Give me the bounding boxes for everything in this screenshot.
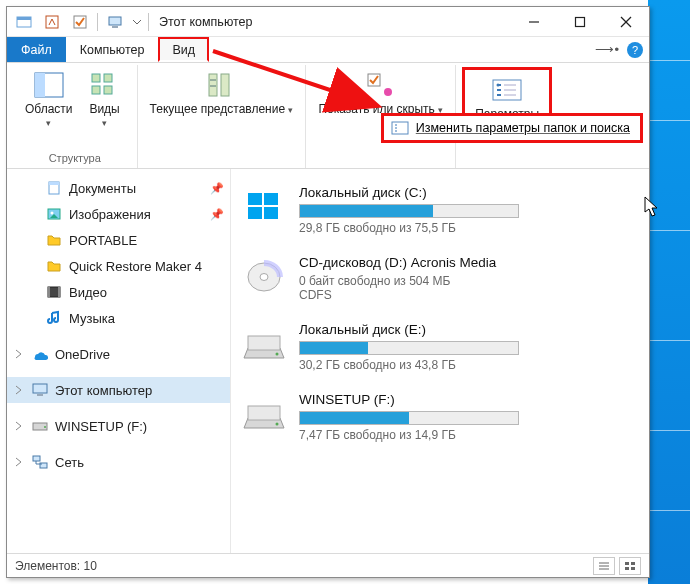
drive-name: Локальный диск (E:) xyxy=(299,322,639,337)
minimize-button[interactable] xyxy=(511,7,557,36)
caption-buttons xyxy=(511,7,649,36)
status-bar: Элементов: 10 xyxy=(7,553,649,577)
options-small-icon xyxy=(390,120,410,136)
properties-icon[interactable] xyxy=(39,10,65,34)
svg-rect-43 xyxy=(33,456,40,461)
layout-button[interactable]: Виды xyxy=(79,67,131,132)
drive-free-space: 7,47 ГБ свободно из 14,9 ГБ xyxy=(299,428,639,442)
drive-item[interactable]: CD-дисковод (D:) Acronis Media 0 байт св… xyxy=(241,255,639,302)
nav-qrm[interactable]: Quick Restore Maker 4 xyxy=(7,253,230,279)
explorer-window: Этот компьютер Файл Компьютер Вид ⟶• ? О… xyxy=(6,6,650,578)
svg-rect-40 xyxy=(37,394,43,396)
help-icon[interactable]: ? xyxy=(627,42,643,58)
chevron-right-icon xyxy=(13,456,25,468)
navigation-pane-icon xyxy=(32,69,66,101)
nav-onedrive[interactable]: OneDrive xyxy=(7,341,230,367)
drive-filesystem: CDFS xyxy=(299,288,639,302)
pin-icon: 📌 xyxy=(210,182,224,195)
nav-images[interactable]: Изображения📌 xyxy=(7,201,230,227)
desktop-background xyxy=(648,0,690,584)
nav-winsetup[interactable]: WINSETUP (F:) xyxy=(7,413,230,439)
svg-rect-38 xyxy=(58,287,60,297)
nav-network[interactable]: Сеть xyxy=(7,449,230,475)
panes-button[interactable]: Области xyxy=(19,67,79,132)
app-icon[interactable] xyxy=(11,10,37,34)
status-elements-label: Элементов: xyxy=(15,559,80,573)
svg-rect-53 xyxy=(248,406,280,420)
svg-rect-33 xyxy=(49,182,59,185)
video-icon xyxy=(45,283,63,301)
status-elements-count: 10 xyxy=(84,559,97,573)
ribbon-collapse-icon[interactable]: ⟶• xyxy=(595,42,619,57)
nav-video[interactable]: Видео xyxy=(7,279,230,305)
svg-rect-11 xyxy=(35,73,45,97)
onedrive-icon xyxy=(31,345,49,363)
qat-dropdown-icon[interactable] xyxy=(130,10,144,34)
svg-rect-51 xyxy=(248,336,280,350)
svg-rect-5 xyxy=(112,26,118,28)
svg-point-54 xyxy=(276,423,279,426)
tiles-view-button[interactable] xyxy=(619,557,641,575)
svg-rect-60 xyxy=(625,567,629,570)
options-dropdown-label: Изменить параметры папок и поиска xyxy=(416,121,630,135)
close-button[interactable] xyxy=(603,7,649,36)
drive-usage-bar xyxy=(299,341,519,355)
svg-rect-45 xyxy=(248,193,262,205)
pin-icon: 📌 xyxy=(210,208,224,221)
svg-rect-15 xyxy=(104,86,112,94)
folder-icon xyxy=(45,257,63,275)
svg-rect-61 xyxy=(631,567,635,570)
svg-point-21 xyxy=(384,88,392,96)
svg-rect-14 xyxy=(92,86,100,94)
checkbox-icon[interactable] xyxy=(67,10,93,34)
title-bar: Этот компьютер xyxy=(7,7,649,37)
ribbon-group-structure: Области Виды Структура xyxy=(13,65,138,168)
navigation-pane[interactable]: Документы📌 Изображения📌 PORTABLE Quick R… xyxy=(7,169,231,553)
drive-item[interactable]: Локальный диск (E:) 30,2 ГБ свободно из … xyxy=(241,322,639,372)
svg-rect-48 xyxy=(264,207,278,219)
svg-rect-37 xyxy=(48,287,50,297)
drive-item[interactable]: Локальный диск (C:) 29,8 ГБ свободно из … xyxy=(241,185,639,235)
nav-this-pc[interactable]: Этот компьютер xyxy=(7,377,230,403)
svg-rect-2 xyxy=(46,16,58,28)
tab-view[interactable]: Вид xyxy=(158,37,209,62)
tab-file[interactable]: Файл xyxy=(7,37,66,62)
drive-free-space: 0 байт свободно из 504 МБ xyxy=(299,274,639,288)
drive-item[interactable]: WINSETUP (F:) 7,47 ГБ свободно из 14,9 Г… xyxy=(241,392,639,442)
window-title: Этот компьютер xyxy=(159,15,252,29)
quick-access-toolbar xyxy=(7,7,155,36)
svg-rect-59 xyxy=(631,562,635,565)
current-view-button[interactable]: Текущее представление xyxy=(144,67,300,119)
drive-icon xyxy=(241,187,287,227)
svg-rect-47 xyxy=(248,207,262,219)
svg-rect-7 xyxy=(576,17,585,26)
layout-icon xyxy=(88,69,122,101)
network-icon xyxy=(31,453,49,471)
svg-rect-39 xyxy=(33,384,47,393)
drive-icon xyxy=(241,257,287,297)
maximize-button[interactable] xyxy=(557,7,603,36)
music-icon xyxy=(45,309,63,327)
options-dropdown-item[interactable]: Изменить параметры папок и поиска xyxy=(381,113,643,143)
nav-portable[interactable]: PORTABLE xyxy=(7,227,230,253)
options-icon xyxy=(490,74,524,106)
nav-documents[interactable]: Документы📌 xyxy=(7,175,230,201)
svg-rect-46 xyxy=(264,193,278,205)
svg-rect-27 xyxy=(392,122,408,134)
svg-rect-4 xyxy=(109,17,121,25)
svg-point-52 xyxy=(276,353,279,356)
window-body: Документы📌 Изображения📌 PORTABLE Quick R… xyxy=(7,169,649,553)
thispc-icon xyxy=(102,10,128,34)
show-hide-button[interactable]: Показать или скрыть xyxy=(312,67,449,119)
content-pane[interactable]: Локальный диск (C:) 29,8 ГБ свободно из … xyxy=(231,169,649,553)
nav-music[interactable]: Музыка xyxy=(7,305,230,331)
svg-rect-12 xyxy=(92,74,100,82)
svg-rect-17 xyxy=(221,74,229,96)
drive-free-space: 29,8 ГБ свободно из 75,5 ГБ xyxy=(299,221,639,235)
details-view-button[interactable] xyxy=(593,557,615,575)
svg-point-23 xyxy=(497,84,500,87)
svg-point-35 xyxy=(51,212,54,215)
ribbon-group-current-view: Текущее представление xyxy=(138,65,307,168)
chevron-right-icon xyxy=(13,348,25,360)
tab-computer[interactable]: Компьютер xyxy=(66,37,159,62)
